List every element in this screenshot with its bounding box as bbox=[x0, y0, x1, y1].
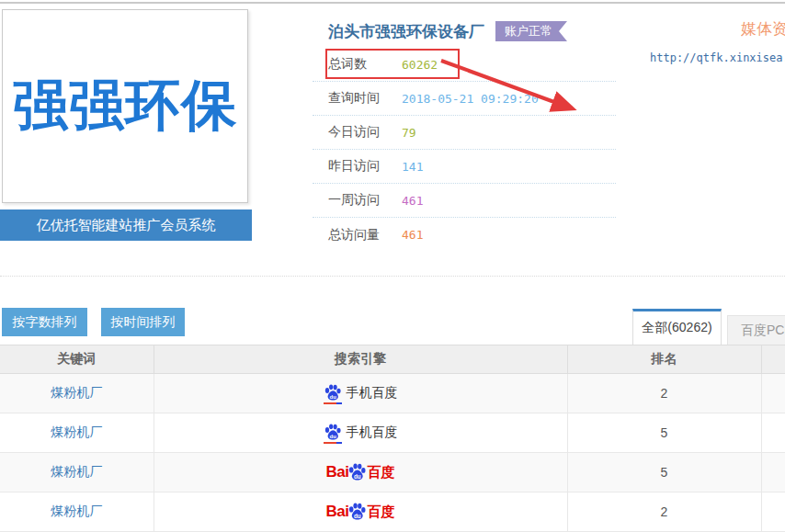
stat-value: 461 bbox=[402, 228, 423, 242]
account-title-row: 泊头市强强环保设备厂 账户正常 bbox=[313, 15, 616, 48]
top-divider bbox=[0, 2, 785, 4]
tab-baidu-pc[interactable]: 百度PC(30 bbox=[727, 315, 785, 345]
svg-text:du: du bbox=[354, 472, 361, 479]
header-engine: 搜索引擎 bbox=[154, 345, 567, 374]
engine-cell: du 手机百度 bbox=[154, 413, 567, 453]
site-url-link[interactable]: http://qtfk.xinxisea. bbox=[650, 51, 785, 67]
stat-label: 总访问量 bbox=[328, 227, 402, 243]
stat-row-2: 今日访问79 bbox=[313, 116, 616, 150]
baidu-latin-logo: Bai bbox=[326, 503, 349, 521]
engine-cell: du 手机百度 bbox=[154, 374, 567, 413]
keyword-rank-table: 关键词 搜索引擎 排名 煤粉机厂 du 手机百度 2 煤粉机厂 du bbox=[0, 345, 785, 532]
stat-row-4: 一周访问461 bbox=[313, 184, 616, 218]
keyword-link[interactable]: 煤粉机厂 bbox=[0, 413, 154, 453]
engine-baidu-mobile: du 手机百度 bbox=[324, 423, 398, 444]
svg-text:du: du bbox=[354, 512, 361, 518]
account-panel: 泊头市强强环保设备厂 账户正常 总词数60262查询时间2018-05-21 0… bbox=[313, 15, 616, 252]
header-keyword: 关键词 bbox=[0, 345, 154, 374]
header-rank: 排名 bbox=[567, 345, 761, 374]
keyword-link[interactable]: 煤粉机厂 bbox=[0, 492, 154, 532]
stat-value: 141 bbox=[402, 160, 423, 174]
engine-tabs: 全部(60262)百度PC(30 bbox=[632, 309, 785, 345]
baidu-paw-icon: du bbox=[324, 423, 342, 441]
stat-value: 461 bbox=[402, 194, 423, 208]
page-title: 泊头市强强环保设备厂 bbox=[328, 21, 484, 42]
system-banner: 亿优托智能建站推广会员系统 bbox=[0, 209, 252, 241]
baidu-latin-logo: Bai bbox=[326, 463, 349, 481]
rank-cell: 5 bbox=[567, 413, 761, 453]
stat-label: 总词数 bbox=[328, 56, 402, 73]
extra-cell bbox=[761, 374, 785, 413]
table-row: 煤粉机厂 du 手机百度 2 bbox=[0, 374, 785, 413]
engine-label: 手机百度 bbox=[347, 385, 398, 402]
table-row: 煤粉机厂 du 手机百度 5 bbox=[0, 413, 785, 453]
svg-text:du: du bbox=[329, 433, 336, 438]
extra-cell bbox=[761, 453, 785, 492]
engine-cell: Bai du 百度 bbox=[154, 453, 567, 492]
stat-value: 2018-05-21 09:29:20 bbox=[402, 92, 539, 106]
engine-baidu-pc-logo: Bai du 百度 bbox=[326, 502, 395, 523]
stat-value: 60262 bbox=[402, 58, 438, 72]
baidu-underline-icon bbox=[324, 442, 342, 444]
engine-label: 百度 bbox=[367, 464, 394, 481]
member-system-page: 强强环保 亿优托智能建站推广会员系统 泊头市强强环保设备厂 账户正常 总词数60… bbox=[0, 0, 785, 532]
sort-by-words-button[interactable]: 按字数排列 bbox=[2, 308, 87, 336]
stat-label: 今日访问 bbox=[328, 124, 402, 141]
table-row: 煤粉机厂 Bai du 百度 2 bbox=[0, 492, 785, 532]
company-logo-box: 强强环保 bbox=[2, 9, 248, 203]
tab-all[interactable]: 全部(60262) bbox=[632, 309, 722, 345]
svg-text:du: du bbox=[329, 393, 336, 399]
rank-cell: 2 bbox=[567, 374, 761, 413]
rank-cell: 2 bbox=[567, 492, 761, 532]
extra-cell bbox=[761, 413, 785, 453]
stat-label: 一周访问 bbox=[328, 192, 402, 209]
stat-value: 79 bbox=[402, 126, 416, 140]
stat-row-5: 总访问量461 bbox=[313, 218, 616, 252]
keyword-link[interactable]: 煤粉机厂 bbox=[0, 374, 154, 413]
engine-cell: Bai du 百度 bbox=[154, 492, 567, 532]
table-header-row: 关键词 搜索引擎 排名 bbox=[0, 345, 785, 374]
engine-label: 百度 bbox=[367, 504, 394, 521]
account-status-badge: 账户正常 bbox=[495, 21, 567, 41]
stat-row-1: 查询时间2018-05-21 09:29:20 bbox=[313, 82, 616, 116]
baidu-paw-icon: du bbox=[347, 462, 367, 481]
account-stats: 总词数60262查询时间2018-05-21 09:29:20今日访问79昨日访… bbox=[313, 48, 616, 252]
table-row: 煤粉机厂 Bai du 百度 5 bbox=[0, 453, 785, 492]
baidu-paw-icon: du bbox=[347, 502, 367, 521]
baidu-underline-icon bbox=[324, 402, 342, 404]
stat-label: 昨日访问 bbox=[328, 158, 402, 175]
stat-row-3: 昨日访问141 bbox=[313, 150, 616, 184]
header-extra bbox=[761, 345, 785, 374]
keyword-link[interactable]: 煤粉机厂 bbox=[0, 453, 154, 492]
sort-by-time-button[interactable]: 按时间排列 bbox=[101, 308, 185, 336]
engine-baidu-pc-logo: Bai du 百度 bbox=[326, 462, 395, 483]
baidu-paw-icon: du bbox=[324, 383, 342, 402]
baidu-mobile-icon: du bbox=[324, 383, 342, 404]
extra-cell bbox=[761, 492, 785, 532]
stat-label: 查询时间 bbox=[328, 90, 402, 107]
company-logo-text: 强强环保 bbox=[13, 69, 237, 143]
stat-row-0: 总词数60262 bbox=[313, 48, 616, 82]
engine-baidu-mobile: du 手机百度 bbox=[324, 383, 398, 404]
engine-label: 手机百度 bbox=[347, 424, 398, 441]
rank-cell: 5 bbox=[567, 453, 761, 492]
baidu-mobile-icon: du bbox=[324, 423, 342, 444]
media-panel-title: 媒体资 bbox=[741, 18, 785, 39]
section-divider bbox=[0, 276, 785, 277]
sort-toolbar: 按字数排列 按时间排列 bbox=[2, 308, 185, 336]
